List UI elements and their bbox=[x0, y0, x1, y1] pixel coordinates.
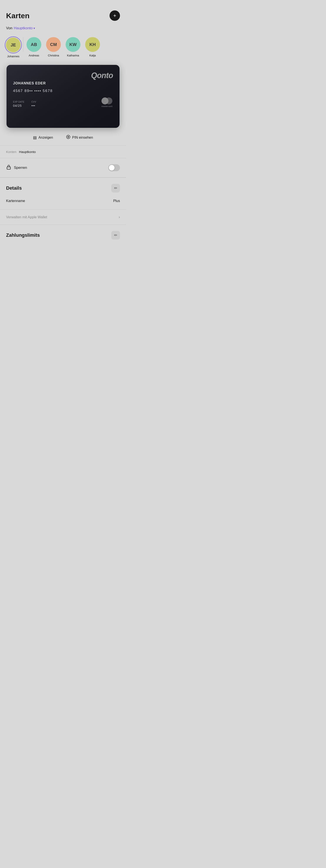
zahlungslimits-edit-button[interactable]: ✏ bbox=[111, 231, 120, 240]
svg-point-1 bbox=[67, 136, 69, 137]
avatar-circle: JE bbox=[6, 37, 21, 52]
page-title: Karten bbox=[6, 11, 30, 20]
apple-wallet-label: Verwalten mit Apple Wallet bbox=[6, 215, 47, 219]
svg-rect-2 bbox=[7, 167, 10, 169]
details-title: Details bbox=[6, 185, 22, 191]
konten-label: Konten bbox=[6, 150, 17, 154]
avatar-name: Katharina bbox=[67, 54, 79, 57]
sperren-section: Sperren bbox=[0, 158, 126, 177]
konten-row: Konten Hauptkonto bbox=[0, 146, 126, 158]
sperren-label: Sperren bbox=[14, 165, 27, 170]
avatar-circle: CM bbox=[46, 37, 61, 52]
pin-button[interactable]: PIN einsehen bbox=[66, 135, 93, 140]
exp-value: 04/25 bbox=[13, 104, 25, 107]
avatar-circle: KW bbox=[65, 37, 80, 52]
credit-card: Qonto JOHANNES EDER 4567 89•• •••• 5678 … bbox=[6, 65, 119, 128]
chevron-right-icon: › bbox=[119, 215, 120, 219]
account-name: Hauptkonto bbox=[14, 26, 33, 30]
mastercard-circles bbox=[102, 97, 113, 105]
avatar-name: Johannes bbox=[7, 55, 19, 58]
account-selector-dropdown[interactable]: Hauptkonto ▾ bbox=[14, 26, 35, 30]
toggle-knob bbox=[109, 165, 114, 170]
card-expiry: EXP DATE 04/25 bbox=[13, 101, 25, 107]
avatar-item-katja[interactable]: KHKatja bbox=[83, 36, 102, 57]
sperren-toggle[interactable] bbox=[108, 164, 120, 171]
pin-icon bbox=[66, 135, 71, 140]
exp-label: EXP DATE bbox=[13, 101, 25, 103]
card-brand-name: Qonto bbox=[91, 71, 113, 80]
show-button[interactable]: ▤ Anzeigen bbox=[33, 135, 53, 140]
card-brand-logo: Qonto bbox=[91, 71, 113, 80]
avatar-circle: AB bbox=[27, 37, 41, 52]
header: Karten + bbox=[0, 0, 126, 24]
avatar-divider bbox=[23, 37, 23, 52]
mc-circle-right bbox=[105, 97, 112, 104]
avatar-item-andreas[interactable]: ABAndreas bbox=[24, 36, 44, 57]
avatar-circle-wrapper: KH bbox=[85, 36, 101, 53]
pencil-icon: ✏ bbox=[114, 186, 117, 190]
avatar-item-christina[interactable]: CMChristina bbox=[44, 36, 63, 57]
mc-label: mastercard. bbox=[102, 105, 113, 107]
apple-wallet-section[interactable]: Verwalten mit Apple Wallet › bbox=[0, 209, 126, 225]
konten-value: Hauptkonto bbox=[19, 150, 36, 154]
show-icon: ▤ bbox=[33, 135, 37, 140]
account-selector-prefix: Von bbox=[6, 26, 12, 30]
avatar-circle-wrapper: JE bbox=[5, 36, 22, 53]
pencil-icon-2: ✏ bbox=[114, 233, 117, 238]
mastercard-logo: mastercard. bbox=[102, 97, 113, 107]
card-holder-name: JOHANNES EDER bbox=[13, 82, 113, 85]
avatar-name: Katja bbox=[89, 54, 96, 57]
pin-label: PIN einsehen bbox=[72, 135, 93, 140]
add-card-button[interactable]: + bbox=[110, 10, 120, 21]
kartenname-value: Plus bbox=[113, 199, 120, 203]
card-section: Qonto JOHANNES EDER 4567 89•• •••• 5678 … bbox=[0, 61, 126, 131]
avatar-circle-wrapper: AB bbox=[26, 36, 42, 53]
zahlungslimits-section: Zahlungslimits ✏ bbox=[0, 225, 126, 244]
cvv-value: ••• bbox=[31, 104, 36, 107]
card-bottom: EXP DATE 04/25 CVV ••• mastercard. bbox=[13, 97, 113, 107]
details-header: Details ✏ bbox=[6, 184, 120, 192]
sperren-left: Sperren bbox=[6, 164, 27, 171]
lock-icon bbox=[6, 164, 11, 171]
sperren-row: Sperren bbox=[6, 164, 120, 171]
chevron-down-icon: ▾ bbox=[33, 27, 35, 30]
card-cvv: CVV ••• bbox=[31, 101, 36, 107]
details-edit-button[interactable]: ✏ bbox=[111, 184, 120, 192]
card-number: 4567 89•• •••• 5678 bbox=[13, 89, 113, 93]
avatar-name: Andreas bbox=[29, 54, 39, 57]
kartenname-label: Kartenname bbox=[6, 199, 25, 203]
avatar-name: Christina bbox=[48, 54, 59, 57]
avatar-item-johannes[interactable]: JEJohannes bbox=[3, 36, 23, 58]
zahlungslimits-title: Zahlungslimits bbox=[6, 232, 40, 238]
card-expiry-cvv: EXP DATE 04/25 CVV ••• bbox=[13, 101, 36, 107]
page-container: Karten + Von Hauptkonto ▾ JEJohannesABAn… bbox=[0, 0, 126, 244]
show-label: Anzeigen bbox=[38, 135, 53, 140]
details-section: Details ✏ Kartenname Plus bbox=[0, 178, 126, 209]
cvv-label: CVV bbox=[31, 101, 36, 103]
account-selector: Von Hauptkonto ▾ bbox=[0, 24, 126, 34]
avatar-item-katharina[interactable]: KWKatharina bbox=[63, 36, 83, 57]
avatar-circle: KH bbox=[85, 37, 100, 52]
avatar-row: JEJohannesABAndreasCMChristinaKWKatharin… bbox=[0, 34, 126, 61]
avatar-circle-wrapper: KW bbox=[65, 36, 81, 53]
zahlungslimits-header: Zahlungslimits ✏ bbox=[6, 231, 120, 240]
kartenname-row: Kartenname Plus bbox=[6, 197, 120, 205]
avatar-circle-wrapper: CM bbox=[46, 36, 61, 53]
action-buttons: ▤ Anzeigen PIN einsehen bbox=[0, 131, 126, 145]
